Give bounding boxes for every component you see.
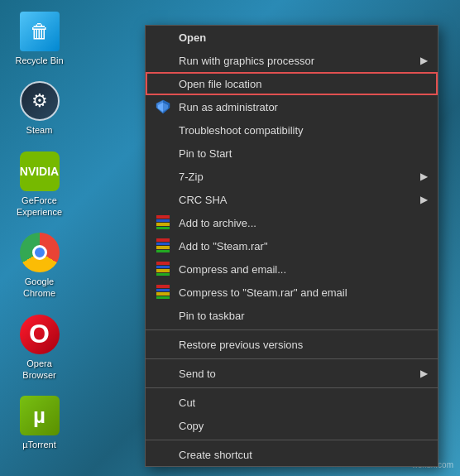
separator-4 <box>146 440 438 440</box>
menu-item-troubleshoot[interactable]: Troubleshoot compatibility <box>146 118 438 142</box>
submenu-arrow-7zip: ▶ <box>420 171 428 182</box>
menu-item-create-shortcut[interactable]: Create shortcut <box>146 443 438 466</box>
geforce-label: GeForceExperience <box>17 195 62 219</box>
menu-item-crc-sha[interactable]: CRC SHA ▶ <box>146 188 438 211</box>
geforce-image: NVIDIA <box>20 151 60 191</box>
menu-item-run-admin[interactable]: Run as administrator <box>146 95 438 118</box>
menu-item-pin-taskbar[interactable]: Pin to taskbar <box>146 304 438 327</box>
menu-item-create-shortcut-label: Create shortcut <box>179 449 252 461</box>
opera-icon-desktop[interactable]: O OperaBrowser <box>8 311 70 385</box>
steam-image: ⚙ <box>20 81 60 121</box>
menu-item-add-archive-label: Add to archive... <box>179 217 256 229</box>
submenu-arrow-run-gpu: ▶ <box>420 55 428 66</box>
separator-3 <box>146 387 438 388</box>
menu-item-run-admin-label: Run as administrator <box>179 101 278 113</box>
menu-item-troubleshoot-label: Troubleshoot compatibility <box>179 124 304 137</box>
chrome-image <box>20 233 60 272</box>
menu-item-add-steam-rar[interactable]: Add to "Steam.rar" <box>146 234 438 257</box>
menu-item-add-archive[interactable]: Add to archive... <box>146 211 438 234</box>
menu-item-open[interactable]: Open <box>146 26 438 49</box>
menu-item-cut[interactable]: Cut <box>146 391 438 414</box>
menu-item-send-to-label: Send to <box>179 368 216 380</box>
menu-item-pin-taskbar-label: Pin to taskbar <box>179 310 245 322</box>
menu-item-restore-versions[interactable]: Restore previous versions <box>146 333 438 356</box>
rar-icon-compress-steam-email <box>154 285 172 300</box>
rar-icon-compress-email <box>154 262 172 276</box>
utorrent-icon-desktop[interactable]: µ µTorrent <box>8 392 70 454</box>
desktop-icons: 🗑 Recycle Bin ⚙ Steam NVIDIA GeForceExpe… <box>0 0 79 463</box>
opera-image: O <box>20 315 60 354</box>
menu-item-restore-versions-label: Restore previous versions <box>179 339 303 351</box>
menu-item-cut-label: Cut <box>179 397 195 409</box>
menu-item-pin-start-label: Pin to Start <box>179 147 232 160</box>
utorrent-image: µ <box>20 396 60 435</box>
menu-item-7zip-label: 7-Zip <box>179 171 204 183</box>
menu-item-open-file-location-label: Open file location <box>179 78 261 90</box>
menu-item-run-gpu[interactable]: Run with graphics processor ▶ <box>146 49 438 72</box>
menu-item-copy[interactable]: Copy <box>146 414 438 437</box>
rar-icon-add-archive <box>154 215 172 230</box>
menu-item-7zip[interactable]: 7-Zip ▶ <box>146 165 438 188</box>
menu-item-compress-steam-email-label: Compress to "Steam.rar" and email <box>179 286 347 299</box>
shield-icon <box>154 99 172 114</box>
menu-item-compress-email[interactable]: Compress and email... <box>146 257 438 281</box>
recycle-bin-icon[interactable]: 🗑 Recycle Bin <box>8 8 70 70</box>
menu-item-open-file-location[interactable]: Open file location <box>146 72 438 95</box>
menu-item-copy-label: Copy <box>179 420 204 432</box>
menu-item-compress-email-label: Compress and email... <box>179 263 286 276</box>
recycle-bin-image: 🗑 <box>20 12 60 51</box>
rar-icon-steam-rar <box>154 238 172 253</box>
submenu-arrow-crc-sha: ▶ <box>420 194 428 205</box>
geforce-icon-desktop[interactable]: NVIDIA GeForceExperience <box>8 148 70 222</box>
menu-item-open-label: Open <box>179 31 206 44</box>
separator-2 <box>146 358 438 359</box>
menu-item-pin-start[interactable]: Pin to Start <box>146 142 438 165</box>
menu-item-compress-steam-email[interactable]: Compress to "Steam.rar" and email <box>146 281 438 304</box>
menu-item-run-gpu-label: Run with graphics processor <box>179 55 314 67</box>
separator-1 <box>146 329 438 330</box>
menu-item-add-steam-rar-label: Add to "Steam.rar" <box>179 240 268 252</box>
utorrent-label: µTorrent <box>22 439 56 450</box>
steam-label: Steam <box>26 124 53 136</box>
submenu-arrow-send-to: ▶ <box>420 368 428 379</box>
opera-label: OperaBrowser <box>22 358 55 382</box>
steam-icon-desktop[interactable]: ⚙ Steam <box>8 78 70 139</box>
recycle-bin-label: Recycle Bin <box>15 55 63 66</box>
desktop: 🗑 Recycle Bin ⚙ Steam NVIDIA GeForceExpe… <box>0 0 460 476</box>
chrome-label: GoogleChrome <box>23 276 55 300</box>
menu-item-send-to[interactable]: Send to ▶ <box>146 362 438 385</box>
context-menu: Open Run with graphics processor ▶ Open … <box>145 25 438 467</box>
chrome-icon-desktop[interactable]: GoogleChrome <box>8 229 70 303</box>
menu-item-crc-sha-label: CRC SHA <box>179 194 228 206</box>
